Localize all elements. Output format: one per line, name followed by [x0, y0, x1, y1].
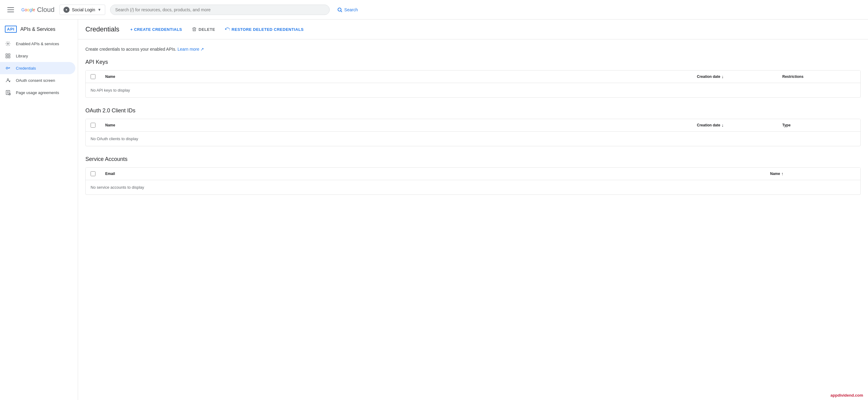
cloud-text: Cloud — [37, 6, 54, 14]
credentials-icon — [5, 65, 11, 71]
svg-point-7 — [6, 67, 8, 69]
svg-point-8 — [7, 79, 9, 80]
service-accounts-table-header: Email Name ↑ — [86, 168, 860, 180]
search-button-label: Search — [344, 7, 358, 12]
sidebar-item-enabled-apis[interactable]: Enabled APIs & services — [0, 37, 75, 50]
oauth-col-creation-date[interactable]: Creation date ↓ — [697, 123, 782, 127]
api-keys-table: Name Creation date ↓ Restrictions No API… — [85, 70, 861, 98]
delete-icon — [192, 27, 197, 32]
oauth-clients-table: Name Creation date ↓ Type No OAuth clien… — [85, 119, 861, 146]
oauth-clients-empty-row: No OAuth clients to display — [86, 132, 860, 146]
search-bar — [110, 5, 330, 15]
main-layout: API APIs & Services Enabled APIs & servi… — [0, 20, 868, 400]
sidebar-item-page-usage[interactable]: Page usage agreements — [0, 86, 75, 98]
search-button[interactable]: Search — [335, 6, 360, 14]
api-keys-col-creation-date[interactable]: Creation date ↓ — [697, 74, 782, 79]
sidebar-item-label-oauth: OAuth consent screen — [16, 78, 55, 83]
content-header: Credentials + CREATE CREDENTIALS DELETE — [78, 20, 868, 39]
project-name: Social Login — [72, 7, 95, 12]
api-keys-col-name: Name — [105, 75, 697, 79]
svg-rect-6 — [8, 56, 10, 58]
restore-label: RESTORE DELETED CREDENTIALS — [231, 27, 304, 32]
enabled-apis-icon — [5, 40, 11, 47]
sort-arrow-up-sa-icon: ↑ — [781, 171, 783, 176]
service-accounts-table: Email Name ↑ No service accounts to disp… — [85, 167, 861, 195]
oauth-select-all-checkbox[interactable] — [91, 123, 95, 127]
api-keys-title: API Keys — [85, 59, 861, 65]
api-keys-empty-row: No API keys to display — [86, 83, 860, 97]
sort-arrow-down-oauth-icon: ↓ — [722, 123, 724, 127]
sidebar-title: APIs & Services — [21, 27, 56, 32]
oauth-col-type: Type — [782, 123, 856, 127]
sidebar-item-library[interactable]: Library — [0, 50, 75, 62]
svg-point-2 — [7, 43, 9, 45]
api-keys-select-all-cell — [91, 74, 105, 79]
service-accounts-title: Service Accounts — [85, 156, 861, 163]
delete-button[interactable]: DELETE — [188, 24, 219, 34]
oauth-clients-title: OAuth 2.0 Client IDs — [85, 108, 861, 114]
page-usage-icon — [5, 89, 11, 95]
svg-rect-5 — [6, 56, 7, 58]
google-cloud-logo: Google Cloud — [21, 6, 55, 14]
sa-select-all-cell — [91, 171, 105, 176]
oauth-col-name: Name — [105, 123, 697, 127]
service-accounts-empty-row: No service accounts to display — [86, 180, 860, 195]
page-title: Credentials — [85, 25, 119, 33]
sidebar: API APIs & Services Enabled APIs & servi… — [0, 20, 78, 400]
sidebar-item-label-credentials: Credentials — [16, 66, 36, 70]
hamburger-button[interactable] — [5, 5, 17, 15]
api-keys-col-restrictions: Restrictions — [782, 75, 856, 79]
info-text: Create credentials to access your enable… — [85, 47, 861, 52]
top-header: Google Cloud ● Social Login ▼ Search — [0, 0, 868, 20]
sort-arrow-down-icon: ↓ — [722, 74, 724, 79]
header-actions: + CREATE CREDENTIALS DELETE — [127, 24, 307, 34]
project-selector-button[interactable]: ● Social Login ▼ — [60, 5, 105, 15]
sa-col-name[interactable]: Name ↑ — [770, 171, 856, 176]
main-content: Credentials + CREATE CREDENTIALS DELETE — [78, 20, 868, 400]
google-logo-text: Google — [21, 7, 35, 12]
library-icon — [5, 53, 11, 59]
search-icon — [337, 7, 342, 12]
footer-brand: appdividend.com — [831, 393, 863, 398]
sa-col-email: Email — [105, 172, 770, 176]
api-keys-select-all-checkbox[interactable] — [91, 74, 95, 79]
api-badge: API — [5, 26, 17, 33]
restore-credentials-button[interactable]: RESTORE DELETED CREDENTIALS — [221, 24, 307, 34]
api-keys-table-header: Name Creation date ↓ Restrictions — [86, 70, 860, 83]
sidebar-item-label-page-usage: Page usage agreements — [16, 90, 59, 95]
sidebar-item-label-library: Library — [16, 54, 28, 58]
create-credentials-label: + CREATE CREDENTIALS — [130, 27, 182, 32]
sidebar-item-label-enabled-apis: Enabled APIs & services — [16, 41, 59, 46]
svg-line-1 — [341, 11, 342, 11]
svg-rect-4 — [8, 54, 10, 55]
sidebar-header: API APIs & Services — [0, 22, 78, 37]
search-input[interactable] — [115, 7, 324, 12]
oauth-icon — [5, 77, 11, 83]
project-icon: ● — [63, 7, 69, 13]
create-credentials-button[interactable]: + CREATE CREDENTIALS — [127, 25, 186, 34]
chevron-down-icon: ▼ — [98, 8, 101, 12]
oauth-clients-table-header: Name Creation date ↓ Type — [86, 119, 860, 132]
delete-label: DELETE — [198, 27, 215, 32]
svg-rect-3 — [6, 54, 7, 55]
sidebar-item-credentials[interactable]: Credentials — [0, 62, 75, 74]
sa-select-all-checkbox[interactable] — [91, 171, 95, 176]
restore-icon — [225, 27, 230, 32]
oauth-select-all-cell — [91, 123, 105, 127]
content-body: Create credentials to access your enable… — [78, 39, 868, 212]
sidebar-nav: Enabled APIs & services Library — [0, 37, 78, 98]
sidebar-item-oauth-consent[interactable]: OAuth consent screen — [0, 74, 75, 86]
learn-more-link[interactable]: Learn more ↗ — [178, 47, 204, 52]
